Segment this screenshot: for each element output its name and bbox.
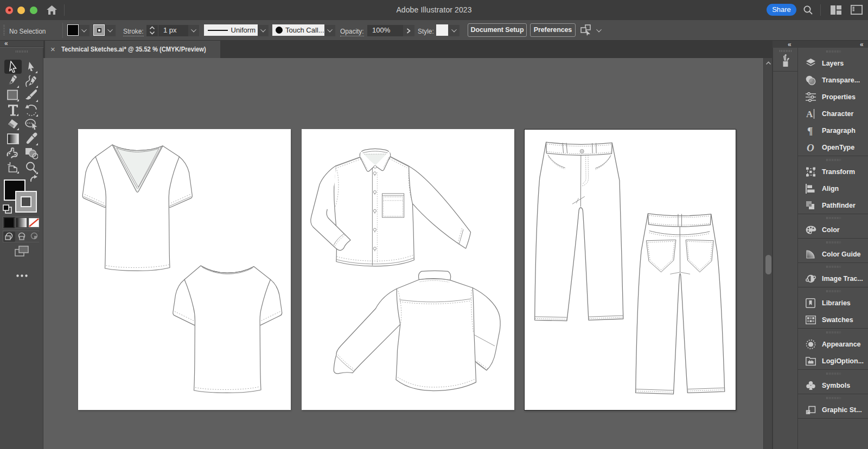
svg-text:O: O xyxy=(807,143,814,152)
svg-text:A: A xyxy=(806,109,813,119)
svg-text:¶: ¶ xyxy=(807,126,813,136)
